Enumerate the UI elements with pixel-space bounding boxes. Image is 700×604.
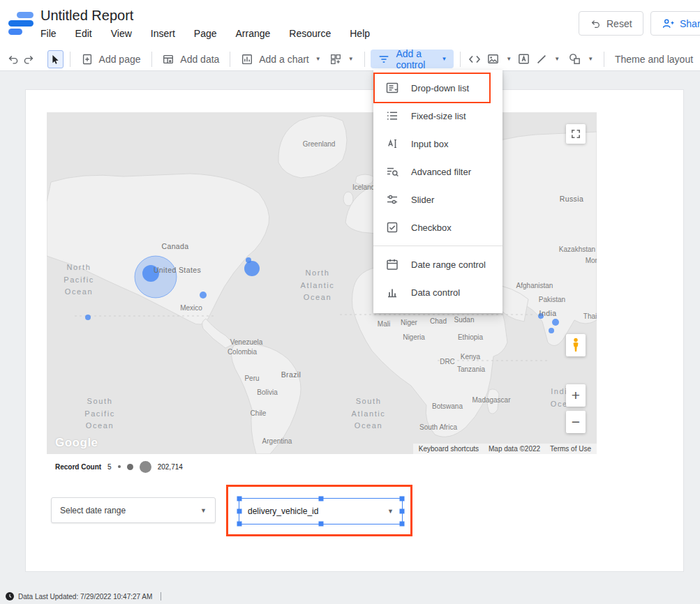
control-menu-item-input-box[interactable]: Input box [373,130,502,158]
menu-edit[interactable]: Edit [75,28,92,39]
map-bubble[interactable] [246,257,251,263]
status-divider [161,592,161,601]
share-button[interactable]: Share [650,11,700,36]
control-menu-item-label: Checkbox [411,222,452,233]
chevron-down-icon: ▼ [348,56,354,62]
control-menu-item-advanced-filter[interactable]: Advanced filter [373,158,502,186]
selection-handle[interactable] [237,497,242,501]
embed-button[interactable] [467,50,482,68]
attribution-map-data-2022: Map data ©2022 [489,445,540,453]
selection-handle[interactable] [318,522,323,527]
annotation-box-dropdown-control: delivery_vehicle_id ▼ [226,485,412,536]
date-range-label: Select date range [60,506,126,515]
pegman-street-view[interactable] [566,334,586,356]
selection-handle[interactable] [400,497,405,501]
add-control-button[interactable]: Add a control ▼ [371,50,454,68]
add-page-label: Add page [99,54,141,65]
text-box-button[interactable] [516,50,531,68]
add-chart-button[interactable]: Add a chart ▼ [237,50,325,68]
toolbar: Add page Add data Add a chart ▼ ▼ Add a … [0,47,700,71]
menu-help[interactable]: Help [350,28,370,39]
map-bubble[interactable] [552,319,559,326]
legend-dot-medium [127,464,133,470]
attribution-keyboard-shortcuts[interactable]: Keyboard shortcuts [419,445,479,453]
data-control-icon [385,285,399,299]
community-visualizations-button[interactable]: ▼ [325,50,358,68]
toolbar-divider [230,52,230,67]
control-menu-item-fixed-size-list[interactable]: Fixed-size list [373,102,502,130]
add-data-button[interactable]: Add data [158,50,223,68]
control-menu-item-label: Fixed-size list [411,111,466,121]
selection-handle[interactable] [400,509,405,514]
zoom-in-button[interactable]: + [566,384,586,407]
report-page[interactable]: GreenlandIcelandRussiaCanadaKazakhstanMo… [25,89,684,572]
attribution-terms-of-use[interactable]: Terms of Use [550,445,591,453]
line-icon [535,53,548,66]
menu-page[interactable]: Page [194,28,217,39]
control-menu-item-label: Date range control [411,259,486,270]
chevron-down-icon: ▼ [315,56,321,62]
slider-icon [385,192,399,206]
chevron-down-icon: ▼ [506,56,512,62]
control-menu-item-checkbox[interactable]: Checkbox [373,213,502,241]
add-control-label: Add a control [396,48,435,70]
control-menu-item-slider[interactable]: Slider [373,186,502,213]
zoom-out-button[interactable]: − [566,411,586,433]
map-bubble[interactable] [142,265,159,282]
control-menu-item-label: Data control [411,287,460,298]
share-label: Share [680,18,700,29]
date-range-control[interactable]: Select date range ▼ [51,497,216,523]
selection-handle[interactable] [400,522,405,527]
map-bubble[interactable] [549,328,554,333]
toolbar-divider [151,52,152,67]
clock-icon [6,592,14,601]
select-tool-button[interactable] [47,50,64,68]
control-menu-item-date-range-control[interactable]: Date range control [373,250,502,278]
app-header: Untitled Report FileEditViewInsertPageAr… [0,0,700,47]
control-menu-item-label: Drop-down list [411,83,469,93]
undo-button[interactable] [6,50,21,68]
legend-metric-label: Record Count [55,463,101,471]
report-canvas[interactable]: GreenlandIcelandRussiaCanadaKazakhstanMo… [0,71,700,604]
theme-and-layout-button[interactable]: Theme and layout [611,50,697,68]
add-image-button[interactable]: ▼ [482,50,516,68]
toolbar-divider [604,52,604,67]
report-title[interactable]: Untitled Report [40,8,133,24]
fixed-size-list-icon [385,109,399,123]
add-shape-button[interactable]: ▼ [564,50,597,68]
fullscreen-button[interactable] [566,124,586,144]
redo-button[interactable] [21,50,36,68]
toolbar-divider [364,52,365,67]
google-maps-logo: Google [55,436,98,450]
control-menu-item-drop-down-list[interactable]: Drop-down list [373,74,502,102]
status-bar: Data Last Updated: 7/29/2022 10:47:27 AM [0,589,700,604]
legend-min-value: 5 [107,463,112,471]
selection-handle[interactable] [237,522,242,527]
selection-handle[interactable] [237,509,242,514]
menu-insert[interactable]: Insert [151,28,175,39]
add-page-button[interactable]: Add page [77,50,145,68]
bubble-layer [47,112,597,454]
control-menu-item-data-control[interactable]: Data control [373,278,502,306]
dropdown-list-icon [385,81,399,95]
chevron-down-icon: ▼ [442,56,447,62]
add-data-label: Add data [180,54,219,65]
selection-handle[interactable] [318,497,323,501]
menu-resource[interactable]: Resource [289,28,331,39]
reset-button[interactable]: Reset [579,11,643,36]
dropdown-filter-control[interactable]: delivery_vehicle_id ▼ [239,498,403,524]
last-updated-text: Data Last Updated: 7/29/2022 10:47:27 AM [18,593,152,601]
map-bubble[interactable] [538,313,544,319]
add-line-button[interactable]: ▼ [531,50,564,68]
legend-dot-large [140,461,151,473]
person-add-icon [662,17,674,30]
bubble-map-chart[interactable]: GreenlandIcelandRussiaCanadaKazakhstanMo… [47,112,597,454]
menu-view[interactable]: View [111,28,132,39]
menu-arrange[interactable]: Arrange [236,28,271,39]
map-bubble[interactable] [244,261,260,276]
data-studio-logo [8,12,35,36]
menu-file[interactable]: File [40,28,57,39]
map-bubble[interactable] [200,292,207,299]
legend-dot-small [118,465,121,468]
map-bubble[interactable] [85,315,91,320]
